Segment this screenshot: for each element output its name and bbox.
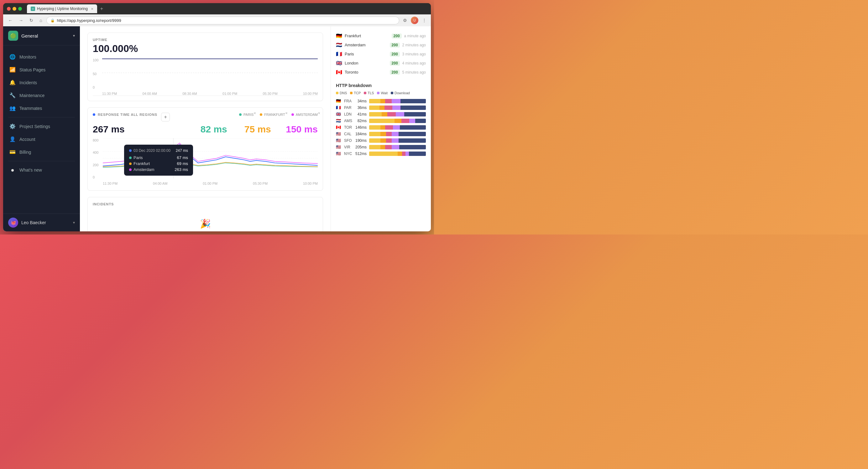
london-flag: 🇬🇧 [336,60,342,66]
frankfurt-dot [260,113,262,116]
amsterdam-tooltip-ms: 263 ms [175,167,188,172]
toronto-flag: 🇨🇦 [336,69,342,75]
tcp-label: TCP [354,91,361,95]
maximize-button[interactable] [18,7,22,11]
uptime-y-labels: 100 50 0 [93,58,102,89]
user-profile[interactable]: 🐙 Leo Baecker ▾ [8,217,75,228]
sidebar-label-whats-new: What's new [20,168,42,172]
tab-bar: H Hyperping | Uptime Monitoring ✕ + [27,4,427,13]
x-label-1: 04:00 AM [142,92,157,96]
tooltip-city-frankfurt: Frankfurt [129,161,150,166]
response-title-area: RESPONSE TIME ALL REGIONS [93,113,157,116]
bar-segment-0-1 [380,99,385,103]
amsterdam-tooltip-dot [129,168,132,171]
frankfurt-close-icon[interactable]: ✕ [285,111,288,115]
monitors-icon: 🌐 [9,54,16,60]
amsterdam-value: 150 ms [286,124,318,135]
minimize-button[interactable] [12,7,16,11]
sidebar-item-project-settings[interactable]: ⚙️ Project Settings [3,120,80,133]
address-bar[interactable]: 🔒 https://app.hyperping.io/report/9999 [46,16,399,25]
active-tab[interactable]: H Hyperping | Uptime Monitoring ✕ [27,4,97,13]
sidebar-divider [8,117,75,118]
sidebar-item-maintenance[interactable]: 🔧 Maintenance [3,89,80,102]
tooltip-date: 03 Dec 2020 02:00:00 247 ms [129,148,188,153]
http-bar-1 [369,105,426,110]
sidebar-item-incidents[interactable]: 🔔 Incidents [3,76,80,89]
http-row-nyc: 🇺🇸NYC512ms [336,151,426,156]
frankfurt-time: a minute ago [404,34,426,38]
sidebar-label-teammates: Teammates [20,106,42,111]
home-button[interactable]: ⌂ [38,16,44,24]
paris-tooltip-dot [129,157,132,159]
new-tab-button[interactable]: + [98,5,105,12]
forward-button[interactable]: → [17,16,25,24]
bar-segment-3-0 [369,119,395,123]
reload-button[interactable]: ↻ [28,16,35,24]
billing-icon: 💳 [9,149,16,155]
response-region-values: 82 ms 75 ms 150 ms [198,124,318,135]
bar-segment-8-3 [405,152,409,156]
bar-segment-2-0 [369,112,382,116]
x-label-5: 10:00 PM [303,92,318,96]
project-dropdown-icon: ▾ [73,34,75,38]
sidebar-label-incidents: Incidents [20,80,37,85]
http-ms-5: 184ms [355,132,367,136]
http-region-8: NYC [344,152,353,156]
http-flag-6: 🇺🇸 [336,138,342,143]
sidebar-item-teammates[interactable]: 👥 Teammates [3,102,80,114]
content-area: UPTIME 100.000% 100 50 0 [80,26,331,231]
close-button[interactable] [7,7,11,11]
rx-1: 04:00 AM [153,181,167,186]
http-row-vir: 🇺🇸VIR205ms [336,145,426,149]
bar-segment-7-3 [392,145,399,149]
browser-user-avatar[interactable]: U [411,16,418,24]
http-flag-0: 🇩🇪 [336,99,342,103]
sidebar-item-monitors[interactable]: 🌐 Monitors [3,51,80,63]
sidebar-item-status-pages[interactable]: 📶 Status Pages [3,63,80,76]
location-item-paris: 🇫🇷 Paris 200 3 minutes ago [336,49,426,59]
url-text: https://app.hyperping.io/report/9999 [57,18,121,23]
bar-segment-8-1 [398,152,402,156]
menu-button[interactable]: ⋮ [421,16,428,24]
extensions-button[interactable]: ⚙ [402,16,408,24]
bar-segment-5-0 [369,132,380,136]
sidebar-item-billing[interactable]: 💳 Billing [3,145,80,159]
tooltip-total-ms: 247 ms [176,148,188,153]
amsterdam-flag: 🇳🇱 [336,42,342,48]
project-name: General [21,33,70,38]
http-breakdown: HTTP breakdown DNS TCP TLS [336,83,426,156]
user-name: Leo Baecker [21,220,70,225]
browser-window: H Hyperping | Uptime Monitoring ✕ + ← → … [3,3,431,231]
tab-close-icon[interactable]: ✕ [91,7,93,11]
region-badges: PARIS ✕ FRANKFURT ✕ AMSTERDAM [239,113,318,116]
ry-800: 800 [93,138,103,142]
http-bar-3 [369,119,426,123]
http-ms-6: 190ms [355,138,367,143]
bar-segment-0-0 [369,99,380,103]
ry-200: 200 [93,163,103,167]
tooltip-rows: Paris 67 ms Frankfurt 69 ms [129,155,188,172]
back-button[interactable]: ← [6,16,14,24]
browser-titlebar: H Hyperping | Uptime Monitoring ✕ + [3,3,431,14]
traffic-lights [7,7,22,11]
paris-time: 3 minutes ago [402,52,426,56]
bar-segment-0-4 [400,99,426,103]
http-legend: DNS TCP TLS Wait [336,91,426,95]
project-selector[interactable]: 🟢 General ▾ [3,26,80,45]
add-region-button[interactable]: + [161,113,170,122]
paris-close-icon[interactable]: ✕ [253,111,256,115]
download-label: Download [395,91,410,95]
bar-segment-6-3 [392,138,399,143]
sidebar-divider-2 [8,161,75,161]
http-row-par: 🇫🇷PAR36ms [336,105,426,110]
sidebar-item-whats-new[interactable]: What's new [3,164,80,176]
http-ms-8: 512ms [355,152,367,156]
amsterdam-close-icon[interactable]: ✕ [318,111,320,115]
dns-dot [336,92,338,94]
location-item-toronto: 🇨🇦 Toronto 200 5 minutes ago [336,68,426,77]
amsterdam-city-label: Amsterdam [133,167,154,172]
bar-segment-7-1 [380,145,385,149]
sidebar-item-account[interactable]: 👤 Account [3,133,80,145]
frankfurt-status: 200 [392,34,402,38]
http-ms-7: 205ms [355,145,367,149]
